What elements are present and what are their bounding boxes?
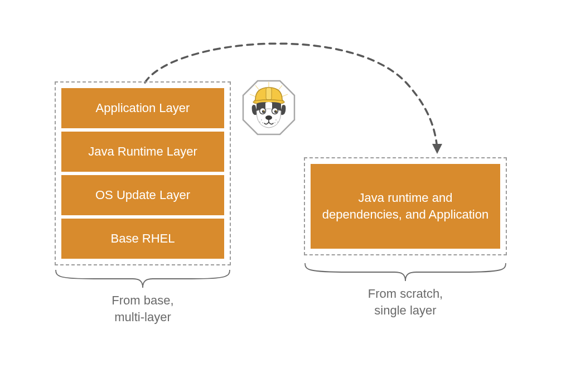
svg-marker-0: [432, 144, 442, 154]
layer-java-runtime: Java Runtime Layer: [61, 132, 224, 172]
svg-point-11: [263, 110, 264, 112]
caption-left-line2: multi-layer: [114, 310, 171, 324]
svg-point-18: [262, 122, 263, 123]
svg-point-19: [275, 119, 277, 120]
svg-point-13: [274, 110, 277, 113]
layer-combined: Java runtime and dependencies, and Appli…: [311, 164, 500, 249]
jib-mascot-icon: [239, 78, 299, 138]
svg-rect-7: [266, 88, 272, 100]
svg-point-20: [277, 122, 278, 123]
layer-os-update: OS Update Layer: [61, 175, 224, 215]
caption-right-line1: From scratch,: [368, 287, 443, 301]
caption-right-line2: single layer: [374, 303, 436, 317]
svg-point-10: [262, 110, 265, 113]
caption-left: From base, multi-layer: [55, 292, 231, 325]
brace-right: [304, 262, 507, 282]
svg-point-17: [259, 122, 260, 123]
caption-left-line1: From base,: [112, 293, 173, 307]
layer-base-rhel: Base RHEL: [61, 219, 224, 259]
left-stack-container: Application Layer Java Runtime Layer OS …: [55, 81, 231, 265]
svg-point-21: [274, 122, 275, 123]
right-stack-container: Java runtime and dependencies, and Appli…: [304, 157, 507, 255]
svg-point-15: [265, 115, 272, 120]
svg-point-16: [261, 119, 262, 120]
caption-right: From scratch, single layer: [304, 285, 507, 318]
brace-left: [55, 269, 231, 289]
layer-application: Application Layer: [61, 88, 224, 128]
svg-point-14: [275, 110, 277, 112]
